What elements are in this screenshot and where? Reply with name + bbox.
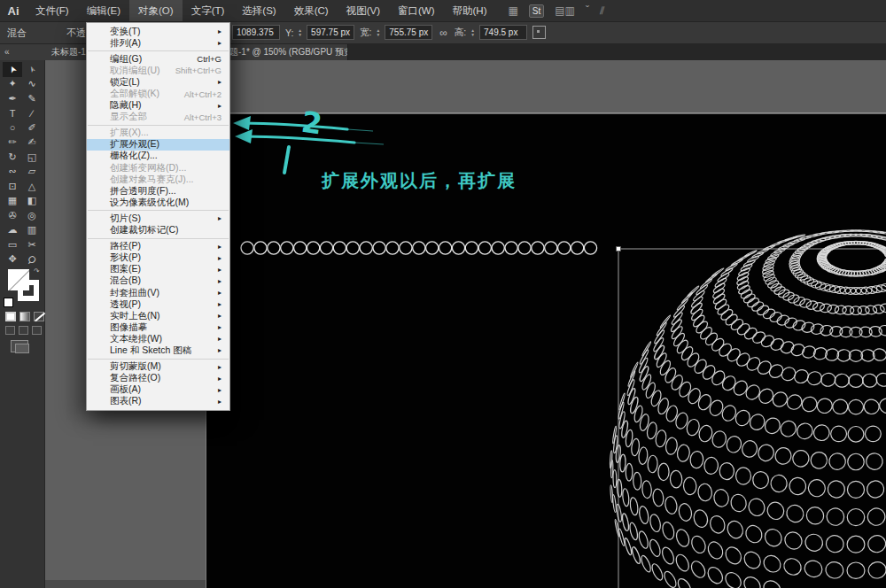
scale-tool[interactable]: ◱: [22, 150, 42, 165]
magic-wand-tool[interactable]: ✦: [3, 77, 22, 92]
color-button[interactable]: [5, 312, 16, 321]
draw-normal-icon[interactable]: [5, 326, 15, 335]
perspective-grid-tool[interactable]: △: [22, 179, 42, 194]
screen-mode-button[interactable]: [11, 340, 28, 352]
menu-item-显示全部[interactable]: 显示全部Alt+Ctrl+3: [87, 112, 229, 123]
menu-item-形状(P)[interactable]: 形状(P)▸: [87, 252, 229, 264]
y-value-field[interactable]: 597.75 px: [307, 25, 354, 40]
menu-item-扩展(X)...[interactable]: 扩展(X)...: [87, 128, 229, 139]
mesh-tool[interactable]: ▦: [3, 194, 22, 209]
menu-item-栅格化(Z)...[interactable]: 栅格化(Z)...: [87, 151, 229, 162]
draw-inside-icon[interactable]: [32, 326, 42, 335]
menu-item-隐藏(H)[interactable]: 隐藏(H)▸: [87, 100, 229, 112]
width-stepper[interactable]: ▴▾: [377, 28, 380, 37]
document-tab-2-label: 未标题-1* @ 150% (RGB/GPU 预览): [212, 47, 348, 57]
menu-item-剪切蒙版(M)[interactable]: 剪切蒙版(M)▸: [87, 361, 229, 373]
share-icon[interactable]: ⫽: [600, 4, 604, 17]
menubar-item-3[interactable]: 对象(O): [129, 0, 183, 21]
menubar-item-7[interactable]: 视图(V): [338, 0, 389, 21]
black-artwork-rect: [206, 113, 886, 588]
menu-item-创建渐变网格(D)...[interactable]: 创建渐变网格(D)...: [87, 162, 229, 174]
width-value-field[interactable]: 755.75 px: [385, 25, 432, 40]
workspace-icon[interactable]: ▤▥: [555, 4, 575, 17]
line-segment-tool[interactable]: ∕: [22, 106, 42, 121]
paintbrush-tool[interactable]: ✐: [22, 120, 42, 135]
selection-corner-handle[interactable]: [617, 247, 621, 251]
rotate-tool[interactable]: ↻: [3, 150, 22, 165]
menu-item-创建对象马赛克(J)...[interactable]: 创建对象马赛克(J)...: [87, 174, 229, 185]
direct-selection-tool[interactable]: ➣: [22, 62, 42, 77]
lasso-tool[interactable]: ∿: [22, 77, 42, 92]
menu-item-透视(P)[interactable]: 透视(P)▸: [87, 298, 229, 310]
menu-item-文本绕排(W)[interactable]: 文本绕排(W)▸: [87, 333, 229, 344]
menubar-item-9[interactable]: 帮助(H): [444, 0, 496, 21]
menu-item-锁定(L)[interactable]: 锁定(L)▸: [87, 76, 229, 88]
menubar-item-4[interactable]: 文字(T): [183, 0, 234, 21]
menu-item-图案(E)[interactable]: 图案(E)▸: [87, 264, 229, 275]
menu-item-全部解锁(K)[interactable]: 全部解锁(K)Alt+Ctrl+2: [87, 88, 229, 99]
free-transform-tool[interactable]: ▱: [22, 165, 42, 180]
hand-tool[interactable]: ✥: [3, 252, 22, 267]
fill-swatch[interactable]: [8, 269, 29, 290]
menu-item-复合路径(O)[interactable]: 复合路径(O)▸: [87, 373, 229, 384]
menubar-item-1[interactable]: 文件(F): [27, 0, 78, 21]
menubar-item-5[interactable]: 选择(S): [233, 0, 284, 21]
none-button[interactable]: [34, 312, 44, 321]
menu-item-路径(P)[interactable]: 路径(P)▸: [87, 241, 229, 252]
y-stepper[interactable]: ▴▾: [299, 28, 301, 37]
x-value-field[interactable]: 1089.375: [232, 25, 280, 40]
app-grid-icon[interactable]: ▦: [508, 4, 517, 17]
type-tool[interactable]: T: [3, 106, 22, 121]
zoom-tool[interactable]: Ϙ: [22, 252, 42, 267]
menubar-item-6[interactable]: 效果(C): [285, 0, 338, 21]
menu-item-扩展外观(E)[interactable]: 扩展外观(E): [87, 139, 229, 151]
menu-item-创建裁切标记(C)[interactable]: 创建裁切标记(C): [87, 225, 229, 236]
workspace-caret-icon[interactable]: ˇ: [586, 4, 589, 17]
pencil-tool[interactable]: ✏: [3, 135, 22, 151]
menu-item-切片(S)[interactable]: 切片(S)▸: [87, 213, 229, 224]
height-value-field[interactable]: 749.5 px: [479, 25, 527, 40]
lasso-tool-icon: ∿: [27, 78, 35, 89]
menu-item-编组(G)[interactable]: 编组(G)Ctrl+G: [87, 53, 229, 65]
menu-item-变换(T)[interactable]: 变换(T)▸: [87, 26, 229, 37]
artboard-tool[interactable]: ▭: [3, 237, 22, 252]
menu-item-取消编组(U)[interactable]: 取消编组(U)Shift+Ctrl+G: [87, 65, 229, 76]
gradient-button[interactable]: [19, 312, 30, 321]
constrain-proportions-icon[interactable]: ∞: [439, 27, 447, 39]
menu-item-图像描摹[interactable]: 图像描摹▸: [87, 321, 229, 333]
curvature-tool[interactable]: ✎: [22, 91, 42, 106]
transform-panel-icon[interactable]: [532, 26, 546, 39]
eyedropper-tool[interactable]: ✇: [3, 208, 22, 223]
width-tool[interactable]: ∾: [3, 165, 22, 180]
menu-item-封套扭曲(V)[interactable]: 封套扭曲(V)▸: [87, 287, 229, 298]
shape-builder-tool[interactable]: ⊡: [3, 179, 22, 194]
selection-tool[interactable]: ➤: [3, 62, 22, 77]
gradient-tool[interactable]: ◧: [22, 194, 42, 209]
menu-item-label: 创建渐变网格(D)...: [110, 162, 222, 174]
menu-item-画板(A)[interactable]: 画板(A)▸: [87, 384, 229, 396]
graph-tool[interactable]: ▥: [22, 223, 42, 238]
shaper-tool[interactable]: ✍: [22, 135, 42, 151]
draw-behind-icon[interactable]: [19, 326, 28, 335]
pen-tool[interactable]: ✒: [3, 91, 22, 106]
menu-item-Line 和 Sketch 图稿[interactable]: Line 和 Sketch 图稿▸: [87, 344, 229, 356]
menu-item-图表(R)[interactable]: 图表(R)▸: [87, 396, 229, 407]
slice-tool[interactable]: ✂: [22, 237, 42, 252]
menu-item-实时上色(N)[interactable]: 实时上色(N)▸: [87, 310, 229, 321]
ellipse-tool[interactable]: ○: [3, 120, 22, 135]
menu-item-混合(B)[interactable]: 混合(B)▸: [87, 275, 229, 287]
default-fill-stroke-icon[interactable]: [4, 298, 13, 307]
menu-item-排列(A)[interactable]: 排列(A)▸: [87, 37, 229, 49]
swap-fill-stroke-icon[interactable]: ↷: [34, 267, 40, 275]
menubar-item-8[interactable]: 窗口(W): [389, 0, 444, 21]
menu-item-设为像素级优化(M)[interactable]: 设为像素级优化(M): [87, 197, 229, 208]
menu-item-拼合透明度(F)...[interactable]: 拼合透明度(F)...: [87, 185, 229, 197]
menu-item-label: 显示全部: [110, 111, 184, 123]
blend-tool[interactable]: ◎: [22, 208, 42, 223]
menu-item-label: 栅格化(Z)...: [110, 150, 222, 162]
menubar-item-2[interactable]: 编辑(E): [78, 0, 129, 21]
collapse-panel-button[interactable]: «: [0, 43, 44, 60]
symbol-sprayer-tool[interactable]: ☁: [3, 223, 22, 238]
stock-badge[interactable]: St: [529, 4, 544, 18]
height-stepper[interactable]: ▴▾: [471, 28, 474, 37]
